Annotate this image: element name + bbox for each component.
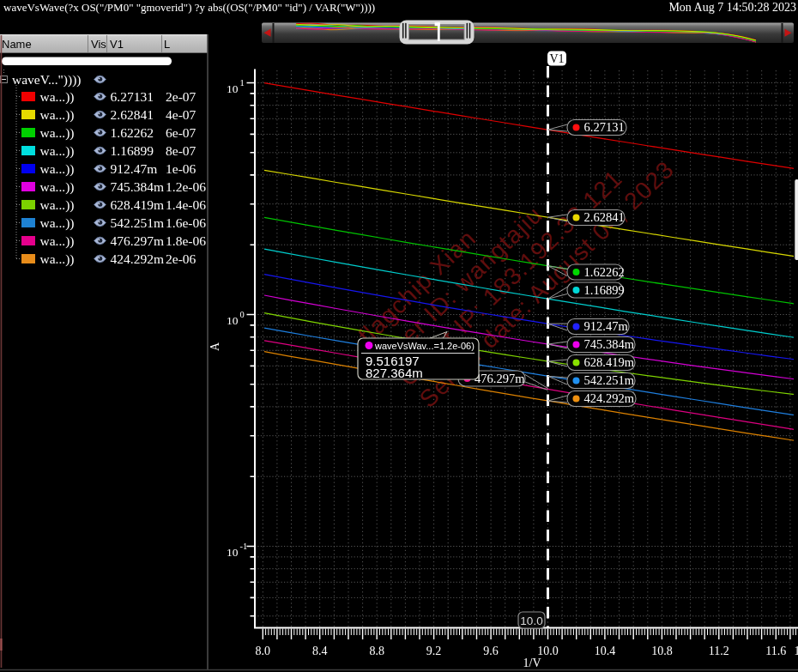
svg-text:912.47m: 912.47m [584, 319, 629, 333]
svg-text:10.0: 10.0 [520, 614, 542, 627]
svg-text:2e-06: 2e-06 [166, 251, 196, 266]
svg-text:1.62262: 1.62262 [111, 125, 154, 140]
svg-text:wa...)): wa...)) [40, 233, 75, 249]
svg-text:wa...)): wa...)) [40, 89, 75, 105]
svg-text:waveVsWave(?x OS("/PM0" "gmove: waveVsWave(?x OS("/PM0" "gmoverid") ?y a… [3, 1, 375, 14]
svg-text:476.297m: 476.297m [475, 372, 525, 385]
svg-text:11.6: 11.6 [765, 645, 786, 657]
svg-text:424.292m: 424.292m [584, 391, 635, 405]
svg-text:9.2: 9.2 [426, 645, 442, 657]
svg-text:wa...)): wa...)) [40, 143, 75, 159]
svg-text:4e-07: 4e-07 [166, 107, 196, 122]
svg-text:8e-07: 8e-07 [166, 143, 196, 158]
svg-text:1.62262: 1.62262 [584, 265, 625, 279]
svg-text:827.364m: 827.364m [366, 366, 423, 380]
svg-text:waveV...")))): waveV...")))) [12, 72, 82, 88]
svg-text:1/V: 1/V [523, 657, 541, 669]
svg-text:628.419m: 628.419m [584, 355, 635, 369]
svg-text:6e-07: 6e-07 [166, 125, 196, 140]
svg-text:8.8: 8.8 [369, 645, 384, 657]
svg-text:2.62841: 2.62841 [584, 210, 625, 224]
svg-text:-1: -1 [240, 542, 248, 551]
svg-text:2e-07: 2e-07 [166, 89, 196, 104]
svg-text:1.2e-06: 1.2e-06 [166, 179, 206, 194]
svg-text:1: 1 [240, 78, 245, 88]
svg-text:Mon Aug 7 14:50:28 2023: Mon Aug 7 14:50:28 2023 [668, 1, 796, 14]
svg-text:11.2: 11.2 [709, 645, 729, 657]
svg-text:542.251m: 542.251m [584, 373, 635, 387]
svg-text:912.47m: 912.47m [111, 161, 158, 176]
svg-text:476.297m: 476.297m [111, 233, 164, 248]
svg-text:wa...)): wa...)) [40, 179, 75, 195]
svg-text:1.6e-06: 1.6e-06 [166, 215, 206, 230]
svg-text:wa...)): wa...)) [40, 197, 75, 213]
svg-text:6.27131: 6.27131 [111, 89, 154, 104]
svg-text:10.4: 10.4 [595, 645, 616, 657]
svg-text:8.4: 8.4 [312, 645, 328, 657]
svg-text:wa...)): wa...)) [40, 251, 75, 267]
svg-text:1.8e-06: 1.8e-06 [166, 233, 206, 248]
svg-text:1.16899: 1.16899 [584, 283, 625, 297]
svg-text:2.62841: 2.62841 [111, 107, 154, 122]
svg-text:542.251m: 542.251m [111, 215, 164, 230]
svg-text:Vis: Vis [91, 38, 106, 51]
svg-text:wa...)): wa...)) [40, 215, 75, 231]
svg-text:1.16899: 1.16899 [111, 143, 154, 158]
svg-text:wa...)): wa...)) [40, 125, 75, 141]
svg-text:745.384m: 745.384m [584, 337, 635, 351]
svg-text:10: 10 [227, 546, 239, 559]
svg-text:745.384m: 745.384m [111, 179, 164, 194]
svg-text:V1: V1 [549, 52, 564, 65]
svg-text:1.4e-06: 1.4e-06 [166, 197, 206, 212]
svg-text:wa...)): wa...)) [40, 161, 75, 177]
svg-text:waveVsWav...=1.2e-06): waveVsWav...=1.2e-06) [374, 341, 475, 351]
svg-text:12.0: 12.0 [795, 645, 798, 657]
svg-text:9.6: 9.6 [483, 645, 499, 657]
svg-text:8.0: 8.0 [256, 645, 271, 657]
svg-text:10.0: 10.0 [537, 645, 559, 657]
svg-text:424.292m: 424.292m [111, 251, 164, 266]
svg-text:1e-06: 1e-06 [166, 161, 196, 176]
svg-text:6.27131: 6.27131 [584, 120, 625, 134]
svg-text:10: 10 [227, 314, 239, 327]
svg-text:L: L [164, 38, 170, 51]
svg-text:A: A [209, 342, 221, 351]
svg-text:wa...)): wa...)) [40, 107, 75, 123]
svg-text:628.419m: 628.419m [111, 197, 164, 212]
svg-text:0: 0 [240, 310, 245, 319]
svg-text:10: 10 [227, 82, 239, 95]
svg-text:Name: Name [2, 38, 32, 51]
svg-text:V1: V1 [110, 38, 124, 51]
svg-text:10.8: 10.8 [651, 645, 673, 657]
